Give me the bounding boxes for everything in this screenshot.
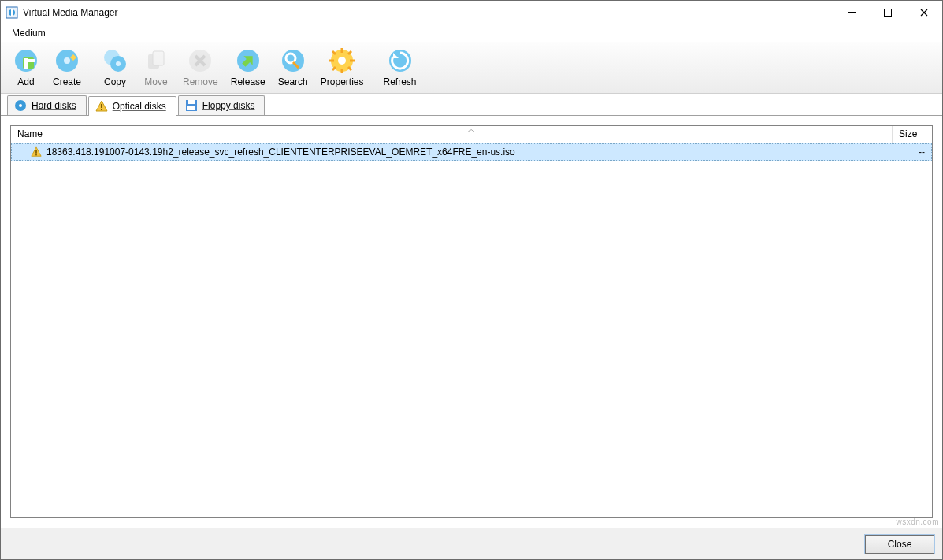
app-window: Virtual Media Manager Medium Add	[0, 0, 943, 560]
column-name[interactable]: Name	[11, 126, 893, 143]
menu-medium[interactable]: Medium	[7, 26, 50, 40]
list-body[interactable]: 18363.418.191007-0143.19h2_release_svc_r…	[11, 143, 932, 517]
minimize-button[interactable]	[833, 1, 870, 24]
svg-rect-33	[35, 154, 37, 156]
svg-rect-28	[101, 109, 102, 110]
tab-hard-disks[interactable]: Hard disks	[7, 95, 87, 115]
hard-disk-icon	[14, 99, 27, 112]
close-button[interactable]: Close	[865, 535, 934, 554]
titlebar: Virtual Media Manager	[1, 1, 942, 24]
svg-point-14	[116, 61, 121, 66]
row-size: --	[892, 146, 931, 158]
remove-button: Remove	[176, 45, 225, 89]
release-button[interactable]: Release	[225, 45, 272, 89]
svg-rect-32	[35, 150, 37, 153]
row-name: 18363.418.191007-0143.19h2_release_svc_r…	[46, 146, 515, 158]
list-row[interactable]: 18363.418.191007-0143.19h2_release_svc_r…	[11, 143, 932, 161]
refresh-button[interactable]: Refresh	[377, 45, 422, 89]
svg-rect-9	[24, 59, 35, 62]
tab-optical-disks[interactable]: Optical disks	[88, 96, 176, 116]
svg-point-11	[64, 57, 70, 64]
refresh-icon	[386, 46, 414, 75]
window-controls	[833, 1, 942, 24]
search-icon	[279, 46, 307, 75]
svg-rect-2	[11, 9, 13, 16]
create-button[interactable]: Create	[46, 45, 87, 89]
menubar: Medium	[1, 24, 942, 42]
copy-button[interactable]: Copy	[95, 45, 136, 89]
warning-icon	[31, 146, 42, 158]
create-icon	[53, 46, 81, 75]
media-list[interactable]: ︿ Name Size 18363.418.191007-0143.19h2_r…	[10, 125, 933, 518]
window-title: Virtual Media Manager	[23, 7, 833, 18]
svg-point-26	[19, 104, 22, 107]
svg-rect-27	[101, 104, 102, 108]
toolbar: Add Create Copy Move	[1, 42, 942, 94]
list-header: ︿ Name Size	[11, 126, 932, 143]
svg-rect-30	[188, 100, 195, 104]
close-window-button[interactable]	[906, 1, 942, 24]
floppy-icon	[185, 99, 198, 112]
tab-floppy-disks[interactable]: Floppy disks	[178, 95, 265, 115]
add-icon	[12, 46, 40, 75]
svg-rect-16	[153, 51, 164, 65]
svg-rect-3	[848, 12, 856, 13]
properties-icon	[328, 46, 356, 75]
svg-rect-31	[187, 106, 195, 110]
search-button[interactable]: Search	[272, 45, 314, 89]
column-size[interactable]: Size	[893, 126, 932, 143]
svg-rect-4	[885, 9, 892, 16]
maximize-button[interactable]	[870, 1, 906, 24]
svg-point-23	[338, 57, 346, 65]
warning-icon	[95, 100, 108, 113]
sort-indicator-icon: ︿	[468, 126, 475, 132]
footer: Close	[1, 528, 942, 559]
add-button[interactable]: Add	[6, 45, 46, 89]
remove-icon	[186, 46, 214, 75]
properties-button[interactable]: Properties	[314, 45, 370, 89]
move-icon	[142, 46, 170, 75]
copy-icon	[101, 46, 129, 75]
tabbar: Hard disks Optical disks Floppy disks	[1, 94, 942, 116]
app-icon	[6, 6, 18, 19]
content-area: ︿ Name Size 18363.418.191007-0143.19h2_r…	[1, 116, 942, 528]
move-button: Move	[136, 45, 176, 89]
release-icon	[234, 46, 262, 75]
